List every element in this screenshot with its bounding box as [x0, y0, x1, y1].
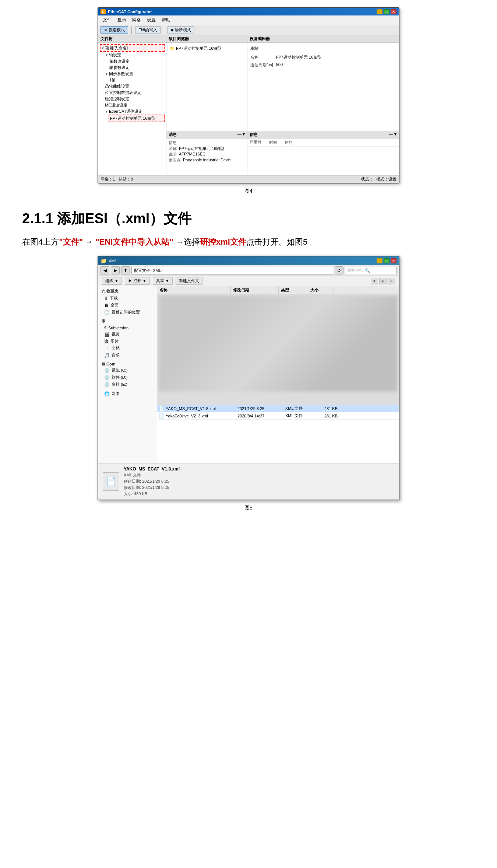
para-between1: → — [83, 237, 95, 246]
open-label: ▶ 打开 ▼ — [128, 278, 147, 284]
nav-item-drive-d[interactable]: 💿 软件 (D:) — [98, 374, 157, 381]
tree-branch-jingou: ▼ 轴设定 轴数改设定 轴参数设定 — [104, 52, 165, 122]
preview-modified: 修改日期: 2021/1/29 8:25 — [124, 485, 180, 490]
nav-item-network[interactable]: 🌐 网络 — [98, 390, 157, 397]
up-button[interactable]: ⬆ — [121, 266, 130, 274]
tree-item-tuxian[interactable]: 凸轮曲线设置 — [104, 83, 165, 90]
col-severity: 严重性 — [250, 140, 262, 145]
right-bottom: 消息 — ▾ 信息 名称 FP7运动控制单元 16轴型 — [166, 131, 399, 175]
para-highlight1: "文件" — [59, 237, 83, 246]
tree-item-mc[interactable]: MC通道设定 — [104, 102, 165, 108]
view-help-button[interactable]: ? — [388, 278, 395, 284]
tree-view: ▼ 项目[先命名] ▼ 轴设定 轴数改设定 — [98, 43, 166, 124]
nav-item-desktop[interactable]: 🖥 桌面 — [98, 302, 157, 309]
tree-item-jingou[interactable]: ▼ 轴设定 — [104, 52, 165, 58]
para-highlight2: "ENI文件中导入从站" — [95, 237, 173, 246]
explorer-window-controls[interactable]: — □ ✕ — [377, 258, 396, 263]
col-header-type[interactable]: 类型 — [279, 286, 308, 294]
search-icon: 🔍 — [365, 268, 370, 273]
tree-root[interactable]: ▼ 项目[先命名] — [100, 44, 165, 52]
menu-help[interactable]: 帮助 — [159, 16, 173, 24]
nav-item-subversion[interactable]: S Subversion — [98, 325, 157, 331]
col-header-size[interactable]: 大小 — [308, 286, 334, 294]
col-time: 时间 — [269, 140, 277, 145]
window-controls[interactable]: — □ ✕ — [377, 9, 396, 14]
label: 位置控制数据表设定 — [105, 90, 141, 95]
tree-item-tongbu[interactable]: ▼ 同步参数设置 — [104, 71, 165, 77]
nav-item-docs[interactable]: 📄 文档 — [98, 345, 157, 352]
forward-button[interactable]: ▶ — [111, 266, 120, 274]
explorer-maximize[interactable]: □ — [384, 258, 390, 263]
tree-item-weizhi[interactable]: 位置控制数据表设定 — [104, 90, 165, 96]
computer-group: 🖥 Com 💿 系统 (C:) 💿 软件 (D:) 💿 资料 (E:) — [98, 361, 157, 388]
nav-item-download[interactable]: ⬇ 下载 — [98, 295, 157, 302]
explorer-minimize[interactable]: — — [377, 258, 383, 263]
favorites-group: ☆ 收藏夹 ⬇ 下载 🖥 桌面 🕐 最近访问的位置 — [98, 288, 157, 316]
maximize-button[interactable]: □ — [384, 9, 390, 14]
diag-icon: ■ — [171, 28, 173, 33]
xml-file-icon: 📄 — [106, 477, 116, 486]
menu-file[interactable]: 文件 — [100, 16, 114, 24]
tree-item-jingoucan[interactable]: 轴参数设定 — [109, 64, 165, 71]
file-type-0: XML 文件 — [285, 406, 315, 411]
share-button[interactable]: 共享 ▼ — [153, 277, 173, 285]
preview-panel: 📄 YAKO_MS_ECAT_V1.8.xml XML 文件 创建日期: 202… — [98, 463, 399, 500]
arrow: ▼ — [105, 53, 108, 57]
titlebar-left: E EtherCAT Configurator — [101, 9, 152, 14]
search-box[interactable]: 搜索 XML 🔍 — [345, 267, 396, 274]
project-tree-item-fp7[interactable]: 📁 FP7运动控制单元 16轴型 — [169, 45, 245, 52]
file-list-header: 名称 修改日期 类型 大小 — [157, 286, 399, 294]
preview-filetype: XML 文件 — [124, 472, 180, 478]
info-table-header: 严重性 时间 信息 — [247, 139, 399, 147]
menu-view[interactable]: 显示 — [114, 16, 129, 24]
tree-item-ethercat[interactable]: ▼ EtherCAT通信设定 — [104, 108, 165, 115]
col-header-date[interactable]: 修改日期 — [231, 286, 279, 294]
label: 轴数改设定 — [109, 59, 130, 64]
nav-item-music[interactable]: 🎵 音乐 — [98, 352, 157, 359]
tree-item-fp7[interactable]: FP7运动控制单元 16轴型 — [109, 115, 165, 122]
nav-item-video[interactable]: 🎬 视频 — [98, 331, 157, 338]
left-panel: 文件树 ▼ 项目[先命名] ▼ 轴设定 — [98, 35, 166, 175]
menu-settings[interactable]: 设置 — [144, 16, 159, 24]
folder-icon: 📁 — [170, 46, 175, 51]
close-button[interactable]: ✕ — [391, 9, 396, 14]
figure5-caption: 图5 — [244, 505, 253, 511]
download-label: 下载 — [110, 295, 118, 301]
file-row-1[interactable]: 📄 YakoEcDrive_V2_3.xml 2020/8/4 14:37 XM… — [157, 412, 399, 420]
preview-details: YAKO_MS_ECAT_V1.8.xml XML 文件 创建日期: 2021/… — [124, 466, 180, 497]
file-row-0[interactable]: 📄 YAKO_MS_ECAT_V1.8.xml 2021/1/29 8:25 X… — [157, 405, 399, 412]
tree-item-jingoushu[interactable]: 轴数改设定 — [109, 58, 165, 64]
device-editor: 设备编辑器 主站 名称 FP7运动控制单元 16轴型 — [247, 35, 399, 131]
prop-row-period: 通信周期[us] 500 — [250, 61, 324, 69]
minimize-button[interactable]: — — [377, 9, 383, 14]
address-bar[interactable]: 配置文件 › XML › — [131, 267, 333, 274]
file-size-1: 281 KB — [315, 414, 341, 418]
prop-value-period: 500 — [276, 61, 324, 69]
tree-item-1zhou[interactable]: 1轴 — [109, 77, 165, 83]
addr-part2: XML — [153, 268, 161, 273]
nav-item-drive-e[interactable]: 💿 资料 (E:) — [98, 381, 157, 388]
organize-button[interactable]: 组织 ▼ — [102, 277, 122, 285]
open-button[interactable]: ▶ 打开 ▼ — [125, 277, 150, 285]
view-icons: ≡ ⊞ ? — [371, 278, 395, 284]
toolbar-config-mode[interactable]: ✕ 设定模式 — [101, 26, 128, 34]
back-button[interactable]: ◀ — [101, 266, 109, 274]
drive-d-label: 软件 (D:) — [112, 375, 127, 380]
tree-item-peng[interactable]: 碰矩控制设定 — [104, 96, 165, 102]
nav-item-recent[interactable]: 🕐 最近访问的位置 — [98, 309, 157, 316]
label: EtherCAT通信设定 — [109, 109, 142, 114]
para-after: 点击打开。如图5 — [246, 237, 307, 246]
col-header-name[interactable]: 名称 — [157, 286, 231, 294]
view-list-button[interactable]: ≡ — [371, 278, 378, 284]
refresh-button[interactable]: ↺ — [335, 266, 343, 274]
view-grid-button[interactable]: ⊞ — [379, 278, 387, 284]
toolbar-diag-mode[interactable]: ■ 诊断模式 — [168, 26, 194, 34]
toolbar-eni-import[interactable]: ENI的写入 — [135, 26, 161, 34]
nav-item-pictures[interactable]: 🖼 图片 — [98, 338, 157, 345]
explorer-close[interactable]: ✕ — [391, 258, 396, 263]
device-props-table: 名称 FP7运动控制单元 16轴型 通信周期[us] 500 — [250, 53, 324, 69]
label: 同步参数设置 — [109, 71, 133, 77]
nav-item-drive-c[interactable]: 💿 系统 (C:) — [98, 367, 157, 374]
new-folder-button[interactable]: 新建文件夹 — [176, 277, 202, 285]
menu-network[interactable]: 网络 — [129, 16, 144, 24]
